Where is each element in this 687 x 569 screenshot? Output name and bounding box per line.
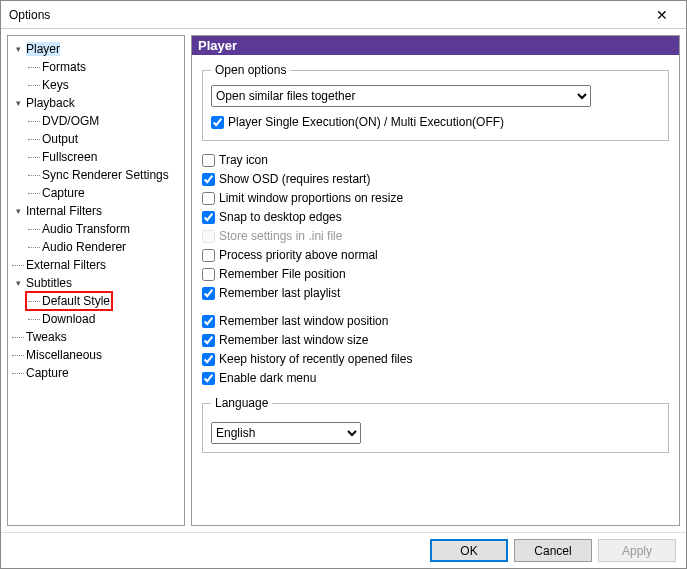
tree-item-formats[interactable]: Formats <box>10 58 182 76</box>
tree-item-intfilters[interactable]: ▾Internal Filters <box>10 202 182 220</box>
open-similar-select[interactable]: Open similar files together <box>211 85 591 107</box>
tree-item-label: Internal Filters <box>26 204 102 218</box>
tree-item-label: Formats <box>28 60 86 74</box>
tree-item-tweaks[interactable]: Tweaks <box>10 328 182 346</box>
tree-item-defstyle[interactable]: Default Style <box>10 292 182 310</box>
snap-label: Snap to desktop edges <box>219 210 342 224</box>
chevron-down-icon[interactable]: ▾ <box>12 277 24 289</box>
tray-checkbox[interactable] <box>202 154 215 167</box>
tree-item-label: Default Style <box>28 294 110 308</box>
remwpos-checkbox[interactable] <box>202 315 215 328</box>
tree-item-playback[interactable]: ▾Playback <box>10 94 182 112</box>
limitw-label: Limit window proportions on resize <box>219 191 403 205</box>
store-label: Store settings in .ini file <box>219 229 342 243</box>
nav-tree: ▾PlayerFormatsKeys▾PlaybackDVD/OGMOutput… <box>7 35 185 526</box>
chevron-down-icon[interactable]: ▾ <box>12 43 24 55</box>
chevron-down-icon[interactable]: ▾ <box>12 205 24 217</box>
tree-item-syncrender[interactable]: Sync Renderer Settings <box>10 166 182 184</box>
tree-item-label: Download <box>28 312 95 326</box>
remlist-label: Remember last playlist <box>219 286 340 300</box>
tree-item-audiotransform[interactable]: Audio Transform <box>10 220 182 238</box>
ok-button[interactable]: OK <box>430 539 508 562</box>
darkmenu-label: Enable dark menu <box>219 371 316 385</box>
tree-item-subtitles[interactable]: ▾Subtitles <box>10 274 182 292</box>
language-select[interactable]: English <box>211 422 361 444</box>
tree-item-label: Miscellaneous <box>12 348 102 362</box>
store-checkbox <box>202 230 215 243</box>
panel-title: Player <box>192 36 679 55</box>
tree-item-output[interactable]: Output <box>10 130 182 148</box>
darkmenu-checkbox[interactable] <box>202 372 215 385</box>
tree-item-capture1[interactable]: Capture <box>10 184 182 202</box>
remlist-checkbox[interactable] <box>202 287 215 300</box>
chevron-down-icon[interactable]: ▾ <box>12 97 24 109</box>
tree-item-label: Capture <box>12 366 69 380</box>
tree-item-dvdogm[interactable]: DVD/OGM <box>10 112 182 130</box>
tree-item-label: Player <box>26 42 60 56</box>
tree-item-label: External Filters <box>12 258 106 272</box>
tree-item-label: Audio Transform <box>28 222 130 236</box>
tree-item-label: Capture <box>28 186 85 200</box>
limitw-checkbox[interactable] <box>202 192 215 205</box>
rempos-checkbox[interactable] <box>202 268 215 281</box>
prio-label: Process priority above normal <box>219 248 378 262</box>
remwsz-label: Remember last window size <box>219 333 368 347</box>
cancel-button[interactable]: Cancel <box>514 539 592 562</box>
tree-item-label: Keys <box>28 78 69 92</box>
tree-item-audiorender[interactable]: Audio Renderer <box>10 238 182 256</box>
open-options-legend: Open options <box>211 63 290 77</box>
tree-item-label: Tweaks <box>12 330 67 344</box>
hist-checkbox[interactable] <box>202 353 215 366</box>
tree-item-misc[interactable]: Miscellaneous <box>10 346 182 364</box>
language-legend: Language <box>211 396 272 410</box>
tree-item-label: Fullscreen <box>28 150 97 164</box>
apply-button[interactable]: Apply <box>598 539 676 562</box>
tree-item-label: Output <box>28 132 78 146</box>
single-exec-checkbox[interactable] <box>211 116 224 129</box>
tray-label: Tray icon <box>219 153 268 167</box>
tree-item-extfilters[interactable]: External Filters <box>10 256 182 274</box>
remwpos-label: Remember last window position <box>219 314 388 328</box>
language-group: Language English <box>202 396 669 453</box>
tree-item-label: Sync Renderer Settings <box>28 168 169 182</box>
tree-item-label: Subtitles <box>26 276 72 290</box>
single-exec-label: Player Single Execution(ON) / Multi Exec… <box>228 115 504 129</box>
tree-item-capture2[interactable]: Capture <box>10 364 182 382</box>
close-button[interactable]: ✕ <box>642 2 682 28</box>
hist-label: Keep history of recently opened files <box>219 352 412 366</box>
tree-item-keys[interactable]: Keys <box>10 76 182 94</box>
open-options-group: Open options Open similar files together… <box>202 63 669 141</box>
tree-item-label: DVD/OGM <box>28 114 99 128</box>
tree-item-label: Audio Renderer <box>28 240 126 254</box>
remwsz-checkbox[interactable] <box>202 334 215 347</box>
tree-item-fullscreen[interactable]: Fullscreen <box>10 148 182 166</box>
tree-item-download[interactable]: Download <box>10 310 182 328</box>
prio-checkbox[interactable] <box>202 249 215 262</box>
osd-checkbox[interactable] <box>202 173 215 186</box>
rempos-label: Remember File position <box>219 267 346 281</box>
snap-checkbox[interactable] <box>202 211 215 224</box>
tree-item-player[interactable]: ▾Player <box>10 40 182 58</box>
osd-label: Show OSD (requires restart) <box>219 172 370 186</box>
tree-item-label: Playback <box>26 96 75 110</box>
window-title: Options <box>9 8 642 22</box>
